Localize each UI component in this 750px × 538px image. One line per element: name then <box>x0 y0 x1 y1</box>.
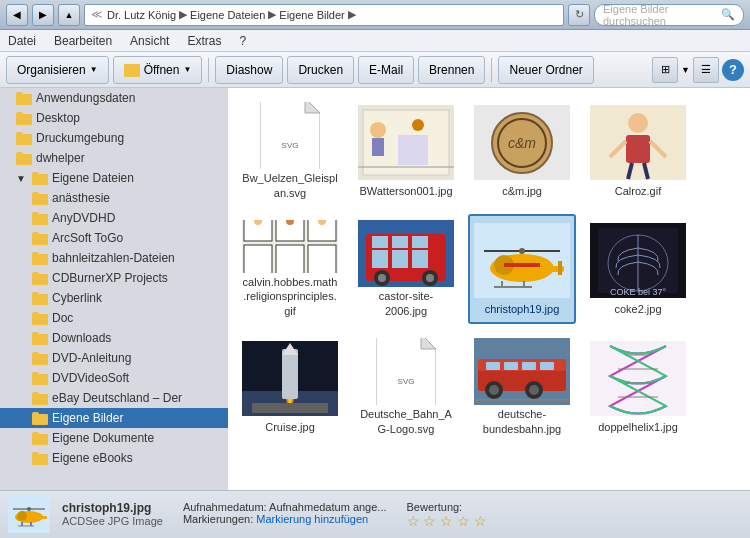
svg-point-50 <box>519 248 525 254</box>
burn-button[interactable]: Brennen <box>418 56 485 84</box>
menu-ansicht[interactable]: Ansicht <box>126 32 173 50</box>
svg-point-15 <box>628 113 648 133</box>
svg-rect-94 <box>30 522 32 526</box>
view-arrow-icon[interactable]: ▼ <box>681 65 690 75</box>
refresh-button[interactable]: ↻ <box>568 4 590 26</box>
file-item[interactable]: Cruise.jpg <box>236 332 344 442</box>
sidebar-item-eigene-dateien[interactable]: ▼ Eigene Dateien <box>0 168 228 188</box>
sidebar-item-anydvdhd[interactable]: AnyDVDHD <box>0 208 228 228</box>
folder-icon <box>32 372 48 385</box>
file-thumbnail <box>358 220 454 287</box>
file-name: Bw_Uelzen_Gleisplan.svg <box>242 171 338 200</box>
file-item-christoph19[interactable]: christoph19.jpg <box>468 214 576 324</box>
slideshow-button[interactable]: Diashow <box>215 56 283 84</box>
new-folder-button[interactable]: Neuer Ordner <box>498 56 593 84</box>
file-item[interactable]: deutsche-bundesbahn.jpg <box>468 332 576 442</box>
sidebar-item-doc[interactable]: Doc <box>0 308 228 328</box>
folder-icon <box>32 452 48 465</box>
sidebar-item-desktop[interactable]: Desktop <box>0 108 228 128</box>
svg-rect-73 <box>486 362 500 370</box>
file-name: castor-site-2006.jpg <box>358 289 454 318</box>
sidebar-item-arcsoft-togo[interactable]: ArcSoft ToGo <box>0 228 228 248</box>
menu-bearbeiten[interactable]: Bearbeiten <box>50 32 116 50</box>
folder-icon <box>32 232 48 245</box>
breadcrumb[interactable]: ≪ Dr. Lutz König ▶ Eigene Dateien ▶ Eige… <box>84 4 564 26</box>
svg-rect-76 <box>540 362 554 370</box>
folder-icon <box>32 292 48 305</box>
svg-rect-35 <box>392 236 408 248</box>
print-button[interactable]: Drucken <box>287 56 354 84</box>
file-thumbnail: SVG <box>358 338 454 405</box>
sidebar-label: Eigene Bilder <box>52 411 123 425</box>
forward-button[interactable]: ▶ <box>32 4 54 26</box>
calvin-thumb <box>242 220 338 273</box>
svg-rect-39 <box>412 250 428 268</box>
breadcrumb-current: Eigene Bilder <box>279 9 344 21</box>
sidebar-item-dwhelper[interactable]: dwhelper <box>0 148 228 168</box>
sidebar-item-dvdvideosoft[interactable]: DVDVideoSoft <box>0 368 228 388</box>
sidebar-item-anaesthesie[interactable]: anästhesie <box>0 188 228 208</box>
folder-icon <box>32 172 48 185</box>
menu-help[interactable]: ? <box>235 32 250 50</box>
file-item[interactable]: doppelhelix1.jpg <box>584 332 692 442</box>
menu-extras[interactable]: Extras <box>183 32 225 50</box>
file-item[interactable]: castor-site-2006.jpg <box>352 214 460 324</box>
svg-rect-82 <box>590 341 686 416</box>
up-button[interactable]: ▲ <box>58 4 80 26</box>
sidebar-item-downloads[interactable]: Downloads <box>0 328 228 348</box>
email-button[interactable]: E-Mail <box>358 56 414 84</box>
file-item[interactable]: SVG Deutsche_Bahn_AG-Logo.svg <box>352 332 460 442</box>
main-area: Anwendungsdaten Desktop Druckumgebung dw… <box>0 88 750 490</box>
sidebar-item-cyberlink[interactable]: Cyberlink <box>0 288 228 308</box>
slideshow-label: Diashow <box>226 63 272 77</box>
search-bar[interactable]: Eigene Bilder durchsuchen 🔍 <box>594 4 744 26</box>
svg-text:c&m: c&m <box>508 135 536 151</box>
file-item[interactable]: SVG Bw_Uelzen_Gleisplan.svg <box>236 96 344 206</box>
sidebar-item-eigene-ebooks[interactable]: Eigene eBooks <box>0 448 228 468</box>
open-button[interactable]: Öffnen ▼ <box>113 56 203 84</box>
sidebar-item-druckumgebung[interactable]: Druckumgebung <box>0 128 228 148</box>
help-button[interactable]: ? <box>722 59 744 81</box>
folder-icon <box>16 132 32 145</box>
new-folder-label: Neuer Ordner <box>509 63 582 77</box>
svg-rect-74 <box>504 362 518 370</box>
file-item[interactable]: calvin.hobbes.math.religionsprinciples.g… <box>236 214 344 324</box>
view-details-icon[interactable]: ☰ <box>693 57 719 83</box>
svg-rect-38 <box>392 250 408 268</box>
rating-stars[interactable]: ☆ ☆ ☆ ☆ ☆ <box>407 513 488 529</box>
sidebar-label: Downloads <box>52 331 111 345</box>
title-bar: ◀ ▶ ▲ ≪ Dr. Lutz König ▶ Eigene Dateien … <box>0 0 750 30</box>
status-rating-section: Bewertung: ☆ ☆ ☆ ☆ ☆ <box>407 501 488 529</box>
menu-datei[interactable]: Datei <box>4 32 40 50</box>
svg-rect-34 <box>372 236 388 248</box>
sidebar-label: DVDVideoSoft <box>52 371 129 385</box>
view-large-icon[interactable]: ⊞ <box>652 57 678 83</box>
sidebar-item-ebay[interactable]: eBay Deutschland – Der <box>0 388 228 408</box>
svg-point-7 <box>412 119 424 131</box>
rating-label: Bewertung: <box>407 501 463 513</box>
file-item[interactable]: Calroz.gif <box>584 96 692 206</box>
sidebar-item-eigene-dokumente[interactable]: Eigene Dokumente <box>0 428 228 448</box>
svg-rect-90 <box>39 516 47 519</box>
sidebar-item-bahn[interactable]: bahnleitzahlen-Dateien <box>0 248 228 268</box>
sidebar-label: dwhelper <box>36 151 85 165</box>
cm-thumb: c&m <box>474 105 570 180</box>
file-item[interactable]: BWatterson001.jpg <box>352 96 460 206</box>
open-arrow-icon: ▼ <box>183 65 191 74</box>
file-item[interactable]: c&m c&m.jpg <box>468 96 576 206</box>
sidebar-label: Eigene eBooks <box>52 451 133 465</box>
back-button[interactable]: ◀ <box>6 4 28 26</box>
meta-markierung-value[interactable]: Markierung hinzufügen <box>256 513 368 525</box>
folder-icon <box>32 272 48 285</box>
content-area: SVG Bw_Uelzen_Gleisplan.svg <box>228 88 750 490</box>
file-name: c&m.jpg <box>502 184 542 198</box>
file-item[interactable]: COKE bei 37° coke2.jpg <box>584 214 692 324</box>
organize-button[interactable]: Organisieren ▼ <box>6 56 109 84</box>
sidebar-item-eigene-bilder[interactable]: Eigene Bilder <box>0 408 228 428</box>
svg-rect-27 <box>308 245 336 273</box>
file-thumbnail <box>358 102 454 182</box>
sidebar-item-cdburner[interactable]: CDBurnerXP Projects <box>0 268 228 288</box>
sidebar-item-dvd-anleitung[interactable]: DVD-Anleitung <box>0 348 228 368</box>
sidebar-item-anwendungsdaten[interactable]: Anwendungsdaten <box>0 88 228 108</box>
toolbar-right: ⊞ ▼ ☰ ? <box>652 57 744 83</box>
